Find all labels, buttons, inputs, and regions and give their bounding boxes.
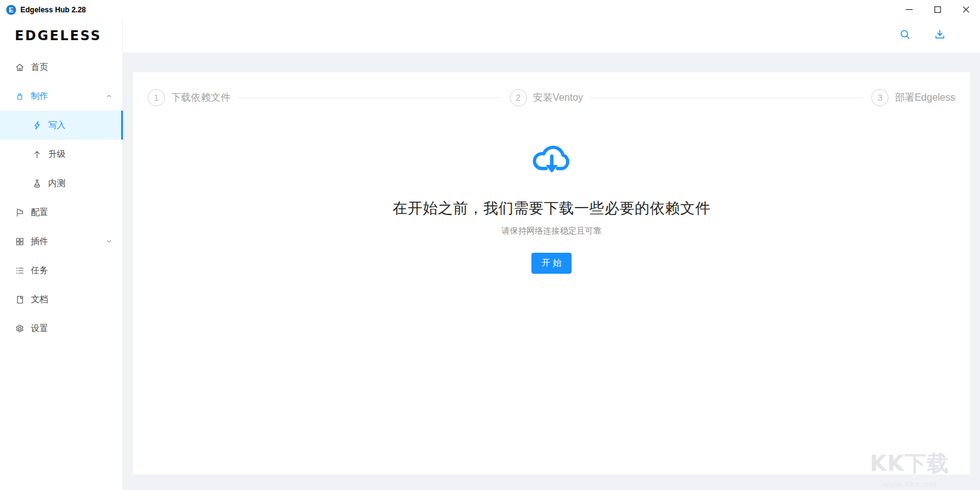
window-title: Edgeless Hub 2.28: [20, 6, 86, 14]
sidebar-item-label: 写入: [48, 120, 65, 131]
sidebar-item-label: 制作: [31, 91, 48, 102]
search-icon: [899, 28, 911, 43]
chevron-down-icon: [106, 237, 112, 247]
maximize-icon: [934, 4, 941, 15]
sidebar-nav: 首页 制作 写入 升级: [0, 53, 122, 490]
download-manager-button[interactable]: [929, 25, 950, 46]
step-2-title: 安装Ventoy: [533, 91, 583, 104]
usb-icon: [15, 91, 25, 101]
top-bar: [123, 19, 980, 53]
sidebar: EDGELESS 首页 制作: [0, 19, 123, 490]
flag-icon: [15, 208, 25, 218]
hero-subtitle: 请保持网络连接稳定且可靠: [133, 226, 970, 237]
download-icon: [934, 28, 946, 43]
thunderbolt-icon: [32, 120, 42, 130]
close-button[interactable]: [952, 0, 980, 19]
maximize-button[interactable]: [923, 0, 952, 19]
sidebar-item-home[interactable]: 首页: [0, 53, 122, 82]
sidebar-item-label: 任务: [31, 265, 48, 276]
gear-icon: [15, 324, 25, 334]
hero-section: 在开始之前，我们需要下载一些必要的依赖文件 请保持网络连接稳定且可靠 开 始: [133, 140, 970, 274]
window-controls: [895, 0, 980, 19]
content-area: 1 下载依赖文件 2 安装Ventoy 3 部署Edgeless: [123, 53, 980, 490]
step-2-circle: 2: [510, 89, 527, 106]
logo-row: EDGELESS: [0, 19, 122, 53]
sidebar-item-label: 设置: [31, 323, 48, 334]
book-icon: [15, 295, 25, 305]
hero-heading: 在开始之前，我们需要下载一些必要的依赖文件: [133, 198, 970, 218]
stepper: 1 下载依赖文件 2 安装Ventoy 3 部署Edgeless: [133, 88, 970, 107]
list-icon: [15, 266, 25, 276]
sidebar-item-upgrade[interactable]: 升级: [0, 140, 122, 169]
step-3-circle: 3: [871, 89, 889, 106]
watermark-url: www.kkx.net: [870, 479, 949, 489]
sidebar-item-config[interactable]: 配置: [0, 198, 122, 227]
chevron-up-icon: [106, 91, 112, 101]
sidebar-item-label: 内测: [48, 178, 65, 189]
arrow-up-icon: [32, 150, 42, 159]
app-icon: E: [6, 5, 16, 15]
appstore-icon: [15, 237, 25, 247]
main-area: 1 下载依赖文件 2 安装Ventoy 3 部署Edgeless: [123, 19, 980, 490]
sidebar-item-label: 文档: [31, 294, 48, 305]
sidebar-item-label: 升级: [48, 149, 65, 160]
step-3: 3 部署Edgeless: [871, 89, 955, 106]
sidebar-item-label: 配置: [31, 207, 48, 218]
start-button[interactable]: 开 始: [531, 253, 572, 274]
sidebar-item-write[interactable]: 写入: [0, 111, 122, 140]
sidebar-item-label: 插件: [31, 236, 48, 247]
close-icon: [963, 4, 969, 15]
minimize-icon: [906, 4, 913, 15]
sidebar-item-plugins[interactable]: 插件: [0, 227, 122, 256]
experiment-icon: [32, 179, 42, 188]
step-1: 1 下载依赖文件: [148, 89, 510, 106]
sidebar-item-tasks[interactable]: 任务: [0, 256, 122, 285]
step-connector: [591, 98, 863, 98]
search-button[interactable]: [895, 25, 916, 46]
step-1-circle: 1: [148, 89, 165, 106]
minimize-button[interactable]: [895, 0, 923, 19]
home-icon: [15, 62, 25, 72]
step-3-title: 部署Edgeless: [895, 91, 955, 104]
wizard-card: 1 下载依赖文件 2 安装Ventoy 3 部署Edgeless: [133, 72, 970, 475]
cloud-download-icon: [528, 140, 576, 177]
step-connector: [238, 98, 501, 98]
sidebar-item-make[interactable]: 制作: [0, 82, 122, 111]
sidebar-item-docs[interactable]: 文档: [0, 285, 122, 314]
sidebar-item-settings[interactable]: 设置: [0, 314, 122, 343]
sidebar-item-label: 首页: [31, 62, 48, 73]
step-1-title: 下载依赖文件: [171, 91, 230, 104]
step-2: 2 安装Ventoy: [510, 89, 872, 106]
title-bar: E Edgeless Hub 2.28: [0, 0, 980, 19]
edgeless-logo: EDGELESS: [15, 28, 101, 43]
sidebar-item-beta[interactable]: 内测: [0, 169, 122, 198]
